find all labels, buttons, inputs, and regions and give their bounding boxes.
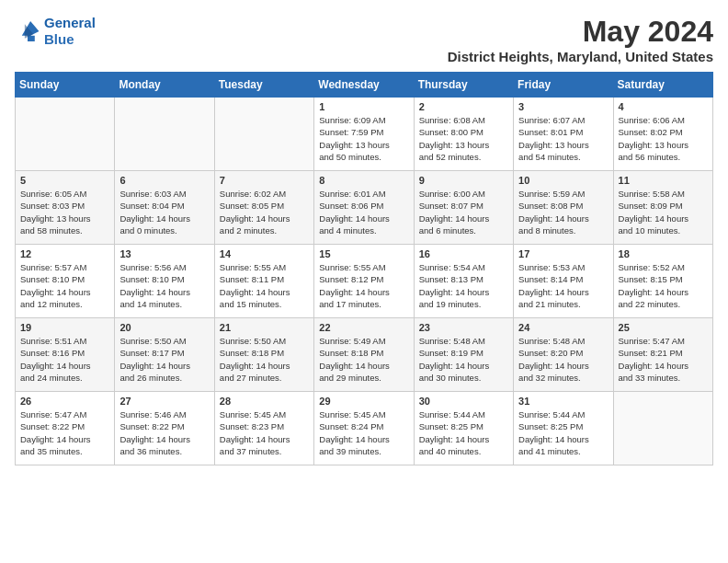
- calendar-cell: 25Sunrise: 5:47 AMSunset: 8:21 PMDayligh…: [613, 318, 712, 392]
- cell-sun-info: Sunrise: 6:03 AMSunset: 8:04 PMDaylight:…: [119, 188, 209, 236]
- day-number: 30: [419, 396, 508, 407]
- cell-sun-info: Sunrise: 5:56 AMSunset: 8:10 PMDaylight:…: [119, 261, 209, 310]
- calendar-cell: 29Sunrise: 5:45 AMSunset: 8:24 PMDayligh…: [314, 392, 414, 465]
- weekday-header-friday: Friday: [514, 73, 613, 98]
- calendar-cell: 10Sunrise: 5:59 AMSunset: 8:08 PMDayligh…: [514, 171, 613, 245]
- calendar-cell: 15Sunrise: 5:55 AMSunset: 8:12 PMDayligh…: [314, 245, 414, 318]
- weekday-header-row: SundayMondayTuesdayWednesdayThursdayFrid…: [16, 73, 713, 98]
- calendar-cell: [16, 98, 115, 171]
- cell-sun-info: Sunrise: 5:49 AMSunset: 8:18 PMDaylight:…: [319, 335, 408, 384]
- day-number: 15: [319, 248, 408, 259]
- cell-sun-info: Sunrise: 5:57 AMSunset: 8:10 PMDaylight:…: [20, 261, 109, 310]
- cell-sun-info: Sunrise: 5:50 AMSunset: 8:18 PMDaylight:…: [220, 335, 309, 384]
- day-number: 22: [319, 322, 408, 333]
- cell-sun-info: Sunrise: 6:08 AMSunset: 8:00 PMDaylight:…: [419, 114, 508, 163]
- cell-sun-info: Sunrise: 5:45 AMSunset: 8:24 PMDaylight:…: [319, 408, 408, 457]
- day-number: 14: [220, 248, 309, 259]
- weekday-header-saturday: Saturday: [613, 73, 712, 98]
- month-title: May 2024: [448, 15, 713, 49]
- calendar-cell: 11Sunrise: 5:58 AMSunset: 8:09 PMDayligh…: [613, 171, 712, 245]
- weekday-header-thursday: Thursday: [414, 73, 513, 98]
- calendar-cell: 31Sunrise: 5:44 AMSunset: 8:25 PMDayligh…: [514, 392, 613, 465]
- cell-sun-info: Sunrise: 5:44 AMSunset: 8:25 PMDaylight:…: [419, 408, 508, 457]
- page-header: General Blue May 2024 District Heights, …: [15, 15, 713, 64]
- cell-sun-info: Sunrise: 5:52 AMSunset: 8:15 PMDaylight:…: [619, 261, 708, 310]
- calendar-cell: 23Sunrise: 5:48 AMSunset: 8:19 PMDayligh…: [414, 318, 513, 392]
- day-number: 7: [220, 175, 309, 186]
- cell-sun-info: Sunrise: 5:53 AMSunset: 8:14 PMDaylight:…: [518, 261, 608, 310]
- day-number: 26: [20, 396, 109, 407]
- weekday-header-tuesday: Tuesday: [214, 73, 313, 98]
- calendar-cell: [613, 392, 712, 465]
- day-number: 23: [419, 322, 508, 333]
- weekday-header-sunday: Sunday: [16, 73, 115, 98]
- calendar-cell: 30Sunrise: 5:44 AMSunset: 8:25 PMDayligh…: [414, 392, 513, 465]
- cell-sun-info: Sunrise: 5:44 AMSunset: 8:25 PMDaylight:…: [518, 408, 608, 457]
- day-number: 13: [119, 248, 209, 259]
- calendar-cell: 16Sunrise: 5:54 AMSunset: 8:13 PMDayligh…: [414, 245, 513, 318]
- calendar-cell: 18Sunrise: 5:52 AMSunset: 8:15 PMDayligh…: [613, 245, 712, 318]
- calendar-cell: 12Sunrise: 5:57 AMSunset: 8:10 PMDayligh…: [16, 245, 115, 318]
- calendar-cell: 28Sunrise: 5:45 AMSunset: 8:23 PMDayligh…: [214, 392, 313, 465]
- logo-text: General Blue: [44, 15, 96, 48]
- cell-sun-info: Sunrise: 5:46 AMSunset: 8:22 PMDaylight:…: [119, 408, 209, 457]
- cell-sun-info: Sunrise: 5:55 AMSunset: 8:12 PMDaylight:…: [319, 261, 408, 310]
- calendar-cell: 27Sunrise: 5:46 AMSunset: 8:22 PMDayligh…: [115, 392, 214, 465]
- cell-sun-info: Sunrise: 6:01 AMSunset: 8:06 PMDaylight:…: [319, 188, 408, 236]
- day-number: 6: [119, 175, 209, 186]
- cell-sun-info: Sunrise: 5:48 AMSunset: 8:19 PMDaylight:…: [419, 335, 508, 384]
- cell-sun-info: Sunrise: 5:55 AMSunset: 8:11 PMDaylight:…: [220, 261, 309, 310]
- day-number: 24: [518, 322, 608, 333]
- weekday-header-monday: Monday: [115, 73, 214, 98]
- day-number: 12: [20, 248, 109, 259]
- calendar-week-5: 26Sunrise: 5:47 AMSunset: 8:22 PMDayligh…: [16, 392, 713, 465]
- day-number: 5: [20, 175, 109, 186]
- day-number: 20: [119, 322, 209, 333]
- calendar-cell: 21Sunrise: 5:50 AMSunset: 8:18 PMDayligh…: [214, 318, 313, 392]
- calendar-cell: 24Sunrise: 5:48 AMSunset: 8:20 PMDayligh…: [514, 318, 613, 392]
- day-number: 8: [319, 175, 408, 186]
- calendar-cell: 26Sunrise: 5:47 AMSunset: 8:22 PMDayligh…: [16, 392, 115, 465]
- day-number: 1: [319, 101, 408, 112]
- day-number: 4: [619, 101, 708, 112]
- calendar-table: SundayMondayTuesdayWednesdayThursdayFrid…: [15, 72, 713, 465]
- cell-sun-info: Sunrise: 6:07 AMSunset: 8:01 PMDaylight:…: [518, 114, 608, 163]
- calendar-cell: 20Sunrise: 5:50 AMSunset: 8:17 PMDayligh…: [115, 318, 214, 392]
- day-number: 9: [419, 175, 508, 186]
- calendar-week-4: 19Sunrise: 5:51 AMSunset: 8:16 PMDayligh…: [16, 318, 713, 392]
- cell-sun-info: Sunrise: 5:48 AMSunset: 8:20 PMDaylight:…: [518, 335, 608, 384]
- logo-icon: [15, 18, 40, 44]
- day-number: 3: [518, 101, 608, 112]
- cell-sun-info: Sunrise: 5:59 AMSunset: 8:08 PMDaylight:…: [518, 188, 608, 236]
- calendar-cell: 3Sunrise: 6:07 AMSunset: 8:01 PMDaylight…: [514, 98, 613, 171]
- day-number: 11: [619, 175, 708, 186]
- cell-sun-info: Sunrise: 5:51 AMSunset: 8:16 PMDaylight:…: [20, 335, 109, 384]
- cell-sun-info: Sunrise: 5:45 AMSunset: 8:23 PMDaylight:…: [220, 408, 309, 457]
- day-number: 27: [119, 396, 209, 407]
- calendar-cell: 19Sunrise: 5:51 AMSunset: 8:16 PMDayligh…: [16, 318, 115, 392]
- title-block: May 2024 District Heights, Maryland, Uni…: [448, 15, 713, 64]
- day-number: 2: [419, 101, 508, 112]
- cell-sun-info: Sunrise: 6:00 AMSunset: 8:07 PMDaylight:…: [419, 188, 508, 236]
- day-number: 31: [518, 396, 608, 407]
- calendar-cell: [115, 98, 214, 171]
- cell-sun-info: Sunrise: 5:47 AMSunset: 8:22 PMDaylight:…: [20, 408, 109, 457]
- calendar-cell: 13Sunrise: 5:56 AMSunset: 8:10 PMDayligh…: [115, 245, 214, 318]
- calendar-week-2: 5Sunrise: 6:05 AMSunset: 8:03 PMDaylight…: [16, 171, 713, 245]
- calendar-cell: 22Sunrise: 5:49 AMSunset: 8:18 PMDayligh…: [314, 318, 414, 392]
- cell-sun-info: Sunrise: 6:02 AMSunset: 8:05 PMDaylight:…: [220, 188, 309, 236]
- cell-sun-info: Sunrise: 6:09 AMSunset: 7:59 PMDaylight:…: [319, 114, 408, 163]
- cell-sun-info: Sunrise: 5:47 AMSunset: 8:21 PMDaylight:…: [619, 335, 708, 384]
- calendar-cell: 6Sunrise: 6:03 AMSunset: 8:04 PMDaylight…: [115, 171, 214, 245]
- cell-sun-info: Sunrise: 5:54 AMSunset: 8:13 PMDaylight:…: [419, 261, 508, 310]
- calendar-cell: 4Sunrise: 6:06 AMSunset: 8:02 PMDaylight…: [613, 98, 712, 171]
- calendar-cell: 9Sunrise: 6:00 AMSunset: 8:07 PMDaylight…: [414, 171, 513, 245]
- calendar-cell: 1Sunrise: 6:09 AMSunset: 7:59 PMDaylight…: [314, 98, 414, 171]
- calendar-cell: 7Sunrise: 6:02 AMSunset: 8:05 PMDaylight…: [214, 171, 313, 245]
- cell-sun-info: Sunrise: 5:58 AMSunset: 8:09 PMDaylight:…: [619, 188, 708, 236]
- day-number: 29: [319, 396, 408, 407]
- weekday-header-wednesday: Wednesday: [314, 73, 414, 98]
- day-number: 10: [518, 175, 608, 186]
- cell-sun-info: Sunrise: 6:05 AMSunset: 8:03 PMDaylight:…: [20, 188, 109, 236]
- day-number: 28: [220, 396, 309, 407]
